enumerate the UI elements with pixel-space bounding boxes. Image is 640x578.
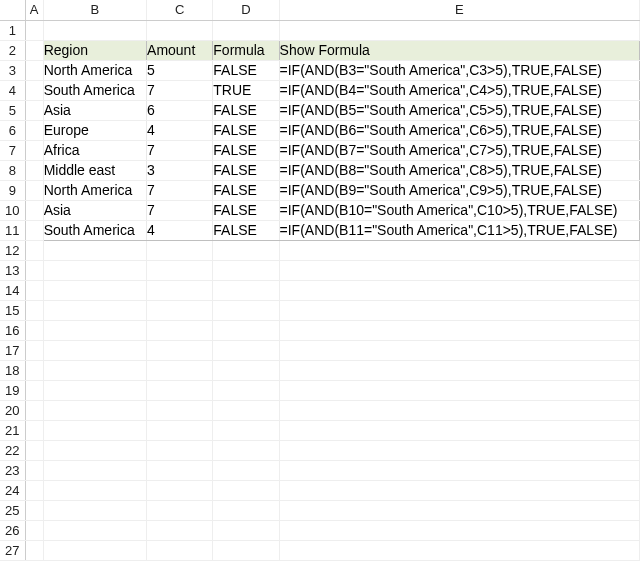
cell[interactable] [25,540,43,560]
cell-region[interactable]: Asia [43,100,146,120]
cell[interactable] [213,20,279,40]
cell[interactable] [147,420,213,440]
cell-formula[interactable]: FALSE [213,120,279,140]
cell[interactable] [25,240,43,260]
cell-formula[interactable]: FALSE [213,160,279,180]
cell[interactable] [147,300,213,320]
cell[interactable] [43,540,146,560]
cell[interactable] [25,160,43,180]
row-header[interactable]: 21 [0,420,25,440]
col-header-E[interactable]: E [279,0,639,20]
cell-show[interactable]: =IF(AND(B7="South America",C7>5),TRUE,FA… [279,140,639,160]
cell[interactable] [213,480,279,500]
row-header[interactable]: 15 [0,300,25,320]
cell[interactable] [25,420,43,440]
cell[interactable] [25,140,43,160]
col-header-D[interactable]: D [213,0,279,20]
cell[interactable] [43,500,146,520]
cell[interactable] [43,280,146,300]
cell-show[interactable]: =IF(AND(B4="South America",C4>5),TRUE,FA… [279,80,639,100]
row-header[interactable]: 19 [0,380,25,400]
cell-amount[interactable]: 5 [147,60,213,80]
cell-amount[interactable]: 6 [147,100,213,120]
row-header[interactable]: 11 [0,220,25,240]
cell-region[interactable]: Middle east [43,160,146,180]
row-header[interactable]: 6 [0,120,25,140]
cell-region[interactable]: Asia [43,200,146,220]
cell[interactable] [43,460,146,480]
cell-formula[interactable]: FALSE [213,100,279,120]
cell[interactable] [25,440,43,460]
cell[interactable] [213,320,279,340]
cell[interactable] [25,180,43,200]
cell[interactable] [25,40,43,60]
cell[interactable] [279,460,639,480]
cell-amount[interactable]: 3 [147,160,213,180]
row-header[interactable]: 17 [0,340,25,360]
cell[interactable] [147,260,213,280]
cell-show[interactable]: =IF(AND(B5="South America",C5>5),TRUE,FA… [279,100,639,120]
cell[interactable] [25,380,43,400]
cell[interactable] [213,340,279,360]
cell-formula[interactable]: FALSE [213,200,279,220]
cell[interactable] [147,440,213,460]
cell-formula[interactable]: FALSE [213,180,279,200]
cell-amount[interactable]: 7 [147,140,213,160]
cell[interactable] [43,340,146,360]
cell[interactable] [147,460,213,480]
cell[interactable] [43,260,146,280]
cell-amount[interactable]: 4 [147,220,213,240]
cell[interactable] [147,500,213,520]
row-header[interactable]: 9 [0,180,25,200]
cell[interactable] [279,260,639,280]
cell[interactable] [43,440,146,460]
row-header[interactable]: 3 [0,60,25,80]
cell[interactable] [279,340,639,360]
cell[interactable] [279,480,639,500]
cell[interactable] [147,240,213,260]
cell[interactable] [25,340,43,360]
cell[interactable] [279,500,639,520]
row-header[interactable]: 20 [0,400,25,420]
cell[interactable] [25,20,43,40]
cell[interactable] [279,440,639,460]
cell-show[interactable]: =IF(AND(B8="South America",C8>5),TRUE,FA… [279,160,639,180]
cell[interactable] [43,360,146,380]
cell-amount[interactable]: 4 [147,120,213,140]
cell[interactable] [25,520,43,540]
cell[interactable] [147,380,213,400]
cell[interactable] [147,280,213,300]
cell[interactable] [213,500,279,520]
cell[interactable] [43,420,146,440]
cell[interactable] [25,320,43,340]
cell[interactable] [43,400,146,420]
row-header[interactable]: 14 [0,280,25,300]
cell[interactable] [213,540,279,560]
cell-formula[interactable]: FALSE [213,220,279,240]
cell[interactable] [25,300,43,320]
select-all-corner[interactable] [0,0,25,20]
cell-region[interactable]: South America [43,80,146,100]
cell-region[interactable]: North America [43,180,146,200]
row-header[interactable]: 18 [0,360,25,380]
cell[interactable] [147,480,213,500]
row-header[interactable]: 2 [0,40,25,60]
cell[interactable] [25,60,43,80]
cell-show[interactable]: =IF(AND(B10="South America",C10>5),TRUE,… [279,200,639,220]
cell[interactable] [25,100,43,120]
cell[interactable] [147,20,213,40]
cell-region[interactable]: Europe [43,120,146,140]
col-header-B[interactable]: B [43,0,146,20]
cell[interactable] [279,400,639,420]
cell[interactable] [147,520,213,540]
cell[interactable] [25,360,43,380]
cell-amount[interactable]: 7 [147,200,213,220]
cell[interactable] [213,300,279,320]
cell[interactable] [279,420,639,440]
header-region[interactable]: Region [43,40,146,60]
cell[interactable] [25,280,43,300]
cell[interactable] [213,400,279,420]
cell[interactable] [25,220,43,240]
cell[interactable] [213,280,279,300]
cell-show[interactable]: =IF(AND(B3="South America",C3>5),TRUE,FA… [279,60,639,80]
